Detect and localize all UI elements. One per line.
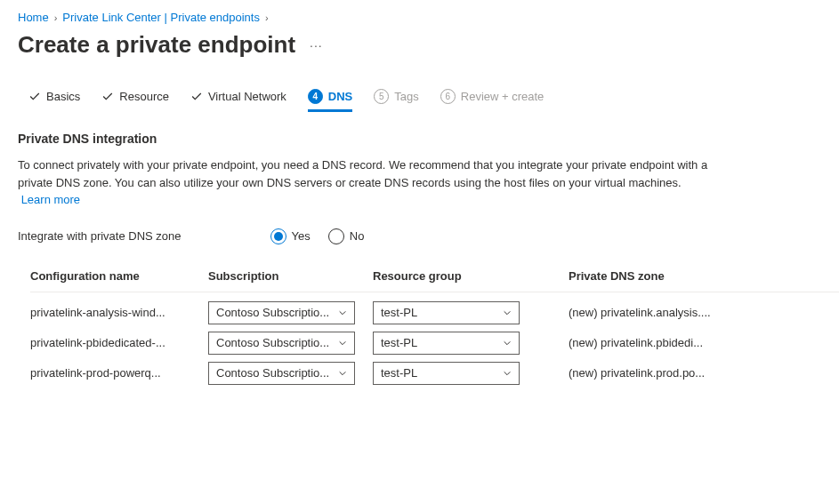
config-table: Configuration name Subscription Resource… [30, 269, 839, 385]
tab-virtual-network[interactable]: Virtual Network [190, 90, 286, 111]
chevron-down-icon [338, 308, 347, 317]
check-icon [190, 91, 203, 103]
table-header-row: Configuration name Subscription Resource… [30, 269, 839, 292]
subscription-dropdown[interactable]: Contoso Subscriptio... [208, 332, 355, 355]
subscription-dropdown[interactable]: Contoso Subscriptio... [208, 301, 355, 324]
section-title: Private DNS integration [18, 132, 821, 146]
tab-review-create[interactable]: 6 Review + create [440, 89, 545, 112]
integrate-label: Integrate with private DNS zone [18, 229, 182, 243]
check-icon [28, 91, 41, 103]
table-row: privatelink-prod-powerq... Contoso Subsc… [30, 362, 839, 385]
cell-private-dns-zone: (new) privatelink.analysis.... [560, 306, 738, 319]
radio-label: No [350, 229, 365, 243]
dropdown-value: test-PL [381, 366, 417, 380]
cell-config-name: privatelink-pbidedicated-... [30, 336, 208, 349]
resource-group-dropdown[interactable]: test-PL [373, 301, 520, 324]
tab-label: Tags [394, 90, 418, 103]
radio-icon [328, 228, 344, 244]
step-badge: 4 [308, 89, 323, 104]
tab-label: DNS [328, 90, 352, 103]
breadcrumb-home[interactable]: Home [18, 11, 49, 24]
dropdown-value: Contoso Subscriptio... [216, 306, 329, 319]
table-row: privatelink-analysis-wind... Contoso Sub… [30, 301, 839, 324]
chevron-down-icon [338, 339, 347, 348]
step-badge: 6 [440, 89, 456, 104]
breadcrumb-private-link[interactable]: Private Link Center | Private endpoints [62, 11, 260, 24]
learn-more-link[interactable]: Learn more [21, 193, 80, 206]
subscription-dropdown[interactable]: Contoso Subscriptio... [208, 362, 355, 385]
col-config-name: Configuration name [30, 269, 208, 283]
tab-tags[interactable]: 5 Tags [374, 89, 418, 112]
tab-label: Basics [46, 90, 80, 103]
page-title: Create a private endpoint [18, 31, 295, 59]
cell-config-name: privatelink-prod-powerq... [30, 366, 208, 380]
col-private-dns-zone: Private DNS zone [560, 269, 738, 283]
resource-group-dropdown[interactable]: test-PL [373, 332, 520, 355]
step-badge: 5 [374, 89, 389, 104]
cell-config-name: privatelink-analysis-wind... [30, 306, 208, 319]
section-description: To connect privately with your private e… [18, 156, 712, 209]
integrate-yes-radio[interactable]: Yes [270, 228, 311, 244]
integrate-dns-field: Integrate with private DNS zone Yes No [18, 228, 821, 244]
resource-group-dropdown[interactable]: test-PL [373, 362, 520, 385]
cell-private-dns-zone: (new) privatelink.prod.po... [560, 366, 738, 380]
tab-resource[interactable]: Resource [101, 90, 169, 111]
integrate-radio-group: Yes No [270, 228, 365, 244]
integrate-no-radio[interactable]: No [328, 228, 365, 244]
tab-label: Review + create [461, 90, 545, 103]
radio-label: Yes [292, 229, 311, 243]
dropdown-value: test-PL [381, 306, 417, 319]
tab-label: Resource [119, 90, 169, 103]
chevron-right-icon: › [54, 12, 58, 23]
cell-private-dns-zone: (new) privatelink.pbidedi... [560, 336, 738, 349]
tab-label: Virtual Network [208, 90, 286, 103]
chevron-down-icon [338, 369, 347, 378]
check-icon [101, 91, 114, 103]
radio-icon [270, 228, 286, 244]
tab-dns[interactable]: 4 DNS [308, 89, 352, 112]
dropdown-value: Contoso Subscriptio... [216, 366, 329, 380]
table-row: privatelink-pbidedicated-... Contoso Sub… [30, 332, 839, 355]
wizard-tabs: Basics Resource Virtual Network 4 DNS 5 … [28, 89, 821, 112]
chevron-right-icon: › [265, 12, 269, 23]
dropdown-value: Contoso Subscriptio... [216, 336, 329, 349]
col-resource-group: Resource group [373, 269, 528, 283]
chevron-down-icon [503, 308, 512, 317]
breadcrumb: Home › Private Link Center | Private end… [18, 11, 821, 24]
chevron-down-icon [503, 339, 512, 348]
col-subscription: Subscription [208, 269, 364, 283]
chevron-down-icon [503, 369, 512, 378]
tab-basics[interactable]: Basics [28, 90, 80, 111]
dropdown-value: test-PL [381, 336, 417, 349]
more-actions-button[interactable]: ··· [306, 35, 327, 56]
